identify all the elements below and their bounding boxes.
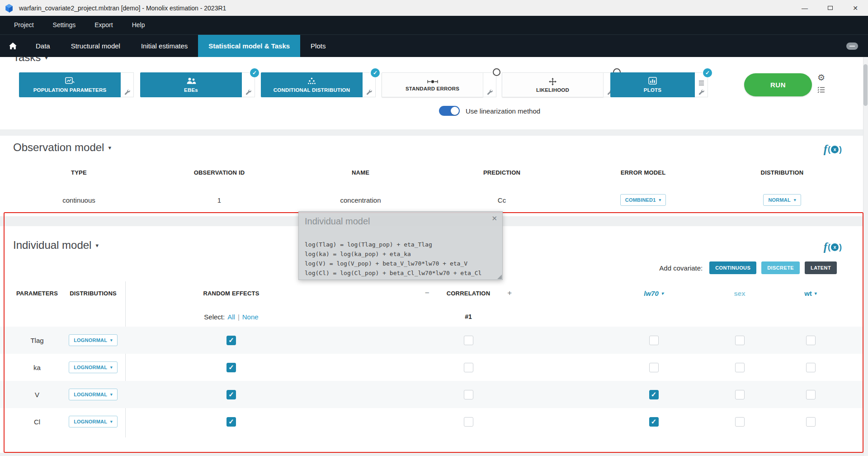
task-done-badge: ✓ (250, 68, 259, 77)
standard-errors-button[interactable]: STANDARD ERRORS (382, 72, 483, 97)
likelihood-button[interactable]: LIKELIHOOD (502, 72, 604, 97)
chevron-down-icon: ▾ (110, 365, 113, 370)
random-effect-checkbox[interactable] (226, 336, 236, 345)
run-settings-icon[interactable]: ⚙ (817, 73, 825, 82)
menu-export[interactable]: Export (85, 16, 122, 34)
add-continuous-covariate-button[interactable]: CONTINUOUS (709, 261, 756, 274)
covariate-sex-checkbox[interactable] (735, 363, 745, 372)
linearization-toggle[interactable] (439, 106, 460, 116)
distribution-dropdown[interactable]: LOGNORMAL▾ (69, 334, 118, 346)
obs-id: 1 (145, 196, 294, 204)
covariate-lw70-checkbox[interactable] (649, 390, 659, 399)
menu-settings[interactable]: Settings (43, 16, 85, 34)
observation-model-title[interactable]: Observation model ▾ (13, 141, 111, 154)
random-effect-checkbox[interactable] (226, 417, 236, 427)
random-effect-checkbox[interactable] (226, 363, 236, 372)
popup-title: Individual model (305, 216, 370, 227)
individual-model-title[interactable]: Individual model ▾ (13, 239, 99, 252)
tab-data[interactable]: Data (25, 35, 61, 57)
population-parameters-settings (121, 72, 134, 97)
tab-statistical-model-tasks[interactable]: Statistical model & Tasks (198, 35, 300, 57)
obs-prediction: Cc (427, 196, 576, 204)
task-population-parameters: POPULATION PARAMETERS (19, 72, 134, 97)
home-tab[interactable] (0, 35, 25, 57)
random-effect-checkbox[interactable] (226, 390, 236, 399)
correlation-remove-button[interactable]: − (425, 289, 429, 298)
wrench-icon[interactable] (245, 89, 251, 95)
covariate-wt-checkbox[interactable] (806, 336, 816, 345)
wrench-icon[interactable] (124, 89, 130, 95)
covariate-header-lw70[interactable]: lw70▾ (644, 290, 664, 297)
correlation-group-label: #1 (337, 313, 599, 320)
select-all-link[interactable]: All (227, 313, 235, 321)
standard-errors-settings (483, 72, 496, 97)
covariate-lw70-checkbox[interactable] (649, 336, 659, 345)
conditional-distribution-button[interactable]: CONDITIONAL DISTRIBUTION (261, 72, 363, 97)
correlation-checkbox[interactable] (464, 363, 473, 372)
task-ebes: EBEs ✓ (140, 72, 255, 97)
observation-model-section: Observation model ▾ f(x) TYPE OBSERVATIO… (0, 136, 868, 216)
observation-table-header: TYPE OBSERVATION ID NAME PREDICTION ERRO… (0, 169, 854, 176)
scrollbar-thumb[interactable] (863, 64, 868, 106)
chevron-down-icon: ▾ (108, 144, 111, 151)
maximize-button[interactable] (817, 0, 843, 16)
add-discrete-covariate-button[interactable]: DISCRETE (761, 261, 800, 274)
ebes-button[interactable]: EBEs (140, 72, 242, 97)
menu-help[interactable]: Help (123, 16, 155, 34)
feedback-icon[interactable] (846, 43, 858, 50)
population-parameters-button[interactable]: POPULATION PARAMETERS (19, 72, 121, 97)
correlation-checkbox[interactable] (464, 417, 473, 427)
distribution-dropdown[interactable]: LOGNORMAL▾ (69, 389, 118, 400)
covariate-header-wt[interactable]: wt▾ (804, 290, 817, 297)
run-button[interactable]: RUN (744, 73, 812, 96)
table-row: V LOGNORMAL▾ (0, 381, 868, 408)
tab-structural-model[interactable]: Structural model (61, 35, 131, 57)
correlation-add-button[interactable]: + (507, 289, 512, 298)
plot-list-icon[interactable] (698, 80, 704, 86)
tasks-section: Tasks ▾ POPULATION PARAMETERS EBEs ✓ (0, 57, 868, 129)
covariate-wt-checkbox[interactable] (806, 417, 816, 427)
maximize-icon (828, 6, 833, 10)
individual-table-body: Tlag LOGNORMAL▾ ka LOGNORMAL▾ V LOGNORMA (0, 327, 868, 435)
table-row: Tlag LOGNORMAL▾ (0, 327, 868, 354)
formula-fx-icon[interactable]: f(x) (824, 143, 842, 156)
resize-grip[interactable] (497, 275, 502, 279)
distribution-dropdown[interactable]: NORMAL▾ (763, 194, 801, 206)
close-icon[interactable]: ✕ (491, 214, 497, 223)
select-none-link[interactable]: None (242, 313, 259, 321)
tab-initial-estimates[interactable]: Initial estimates (131, 35, 198, 57)
covariate-wt-checkbox[interactable] (806, 390, 816, 399)
menu-project[interactable]: Project (5, 16, 43, 34)
add-latent-covariate-button[interactable]: LATENT (805, 261, 837, 274)
standard-errors-icon (427, 79, 438, 85)
close-button[interactable]: ✕ (843, 0, 868, 16)
covariate-lw70-checkbox[interactable] (649, 417, 659, 427)
vertical-scrollbar[interactable] (863, 57, 868, 456)
task-checklist-icon[interactable] (817, 86, 825, 93)
distribution-dropdown[interactable]: LOGNORMAL▾ (69, 361, 118, 373)
distribution-dropdown[interactable]: LOGNORMAL▾ (69, 416, 118, 428)
covariate-sex-checkbox[interactable] (735, 390, 745, 399)
wrench-icon[interactable] (366, 89, 372, 95)
plots-button[interactable]: PLOTS (610, 72, 695, 97)
covariate-wt-checkbox[interactable] (806, 363, 816, 372)
title-bar: warfarin_covariate2_project.mlxtran [dem… (0, 0, 868, 16)
tab-plots[interactable]: Plots (300, 35, 336, 57)
tasks-section-title[interactable]: Tasks ▾ (13, 57, 48, 64)
task-conditional-distribution: CONDITIONAL DISTRIBUTION ✓ (261, 72, 376, 97)
covariate-sex-checkbox[interactable] (735, 336, 745, 345)
parameter-name: V (35, 391, 39, 399)
wrench-icon[interactable] (698, 89, 704, 95)
covariate-lw70-checkbox[interactable] (649, 363, 659, 372)
task-done-badge: ✓ (703, 68, 712, 77)
chevron-down-icon: ▾ (110, 392, 113, 397)
covariate-header-sex[interactable]: sex (734, 290, 745, 297)
covariate-sex-checkbox[interactable] (735, 417, 745, 427)
task-pending-badge (493, 68, 500, 76)
minimize-button[interactable]: — (792, 0, 817, 16)
formula-fx-icon[interactable]: f(x) (824, 241, 842, 253)
error-model-dropdown[interactable]: COMBINED1▾ (620, 194, 666, 206)
correlation-checkbox[interactable] (464, 336, 473, 345)
wrench-icon[interactable] (486, 89, 493, 95)
correlation-checkbox[interactable] (464, 390, 473, 399)
